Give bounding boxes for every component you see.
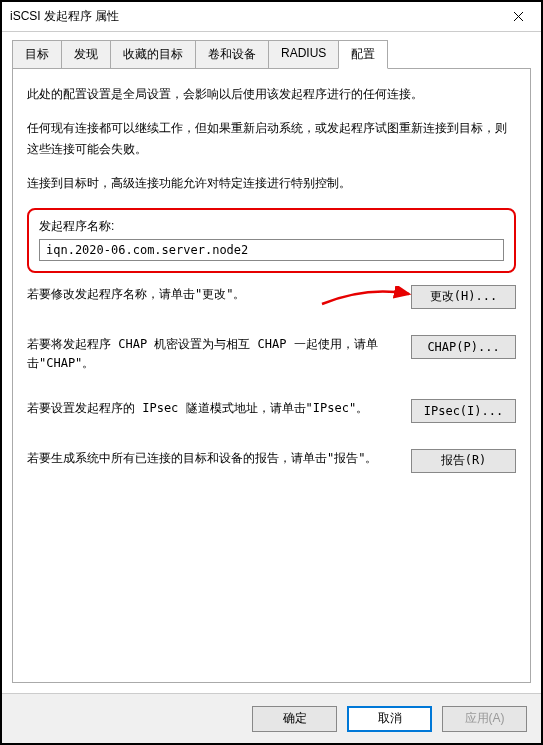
close-button[interactable] <box>496 2 541 31</box>
initiator-name-highlight: 发起程序名称: <box>27 208 516 273</box>
dialog-button-bar: 确定 取消 应用(A) <box>2 693 541 743</box>
tab-favorites[interactable]: 收藏的目标 <box>110 40 196 68</box>
ipsec-button[interactable]: IPsec(I)... <box>411 399 516 423</box>
ipsec-text: 若要设置发起程序的 IPsec 隧道模式地址，请单击"IPsec"。 <box>27 399 411 418</box>
intro-text-3: 连接到目标时，高级连接功能允许对特定连接进行特别控制。 <box>27 173 516 193</box>
ok-button[interactable]: 确定 <box>252 706 337 732</box>
chap-button[interactable]: CHAP(P)... <box>411 335 516 359</box>
report-text: 若要生成系统中所有已连接的目标和设备的报告，请单击"报告"。 <box>27 449 411 468</box>
tab-config[interactable]: 配置 <box>338 40 388 69</box>
intro-text-1: 此处的配置设置是全局设置，会影响以后使用该发起程序进行的任何连接。 <box>27 84 516 104</box>
ipsec-row: 若要设置发起程序的 IPsec 隧道模式地址，请单击"IPsec"。 IPsec… <box>27 399 516 423</box>
dialog-body: 目标 发现 收藏的目标 卷和设备 RADIUS 配置 此处的配置设置是全局设置，… <box>2 32 541 693</box>
chap-text: 若要将发起程序 CHAP 机密设置为与相互 CHAP 一起使用，请单击"CHAP… <box>27 335 411 373</box>
initiator-name-label: 发起程序名称: <box>39 218 504 235</box>
intro-text-2: 任何现有连接都可以继续工作，但如果重新启动系统，或发起程序试图重新连接到目标，则… <box>27 118 516 159</box>
tab-target[interactable]: 目标 <box>12 40 62 68</box>
tabstrip: 目标 发现 收藏的目标 卷和设备 RADIUS 配置 <box>12 40 531 69</box>
apply-button[interactable]: 应用(A) <box>442 706 527 732</box>
cancel-button[interactable]: 取消 <box>347 706 432 732</box>
report-row: 若要生成系统中所有已连接的目标和设备的报告，请单击"报告"。 报告(R) <box>27 449 516 473</box>
tab-radius[interactable]: RADIUS <box>268 40 339 68</box>
titlebar: iSCSI 发起程序 属性 <box>2 2 541 32</box>
dialog-window: iSCSI 发起程序 属性 目标 发现 收藏的目标 卷和设备 RADIUS 配置… <box>0 0 543 745</box>
tab-discover[interactable]: 发现 <box>61 40 111 68</box>
tab-content-config: 此处的配置设置是全局设置，会影响以后使用该发起程序进行的任何连接。 任何现有连接… <box>12 69 531 683</box>
change-row: 若要修改发起程序名称，请单击"更改"。 更改(H)... <box>27 285 516 309</box>
initiator-name-input[interactable] <box>39 239 504 261</box>
chap-row: 若要将发起程序 CHAP 机密设置为与相互 CHAP 一起使用，请单击"CHAP… <box>27 335 516 373</box>
window-title: iSCSI 发起程序 属性 <box>10 8 119 25</box>
report-button[interactable]: 报告(R) <box>411 449 516 473</box>
change-button[interactable]: 更改(H)... <box>411 285 516 309</box>
change-text: 若要修改发起程序名称，请单击"更改"。 <box>27 285 411 304</box>
tab-volumes[interactable]: 卷和设备 <box>195 40 269 68</box>
close-icon <box>513 11 524 22</box>
